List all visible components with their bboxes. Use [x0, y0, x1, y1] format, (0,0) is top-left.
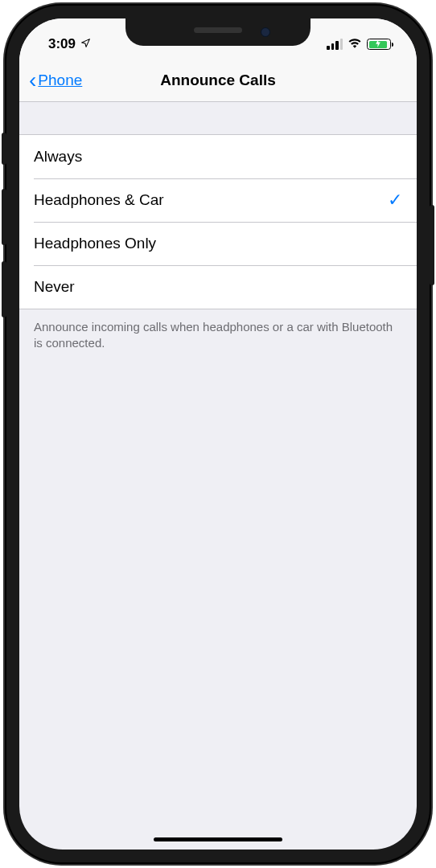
speaker — [194, 27, 242, 33]
time-label: 3:09 — [48, 36, 76, 52]
power-button — [430, 205, 434, 285]
wifi-icon — [348, 37, 362, 51]
cellular-signal-icon — [327, 39, 343, 50]
option-always[interactable]: Always — [19, 135, 417, 178]
option-never[interactable]: Never — [19, 265, 417, 309]
chevron-left-icon: ‹ — [29, 69, 36, 92]
battery-icon — [367, 39, 391, 50]
location-icon — [80, 38, 91, 51]
back-label: Phone — [38, 72, 82, 89]
option-headphones-only[interactable]: Headphones Only — [19, 222, 417, 265]
notch — [125, 18, 311, 46]
option-headphones-car[interactable]: Headphones & Car ✓ — [19, 178, 417, 222]
announce-calls-options: Always Headphones & Car ✓ Headphones Onl… — [19, 134, 417, 309]
mute-switch — [2, 133, 6, 165]
home-indicator[interactable] — [154, 837, 282, 841]
option-label: Headphones & Car — [34, 191, 164, 209]
back-button[interactable]: ‹ Phone — [29, 69, 82, 92]
volume-down-button — [2, 261, 6, 317]
volume-up-button — [2, 189, 6, 245]
navigation-bar: ‹ Phone Announce Calls — [19, 59, 417, 102]
status-right — [327, 37, 391, 51]
charging-icon — [375, 39, 380, 49]
option-label: Always — [34, 148, 82, 166]
option-label: Headphones Only — [34, 235, 156, 252]
option-label: Never — [34, 278, 75, 296]
checkmark-icon: ✓ — [388, 190, 402, 211]
section-footer: Announce incoming calls when headphones … — [19, 309, 417, 362]
front-camera — [261, 27, 270, 37]
screen: 3:09 — [19, 18, 417, 850]
page-title: Announce Calls — [160, 72, 276, 89]
section-spacer — [19, 102, 417, 134]
iphone-frame: 3:09 — [5, 4, 431, 864]
status-left: 3:09 — [48, 36, 91, 52]
